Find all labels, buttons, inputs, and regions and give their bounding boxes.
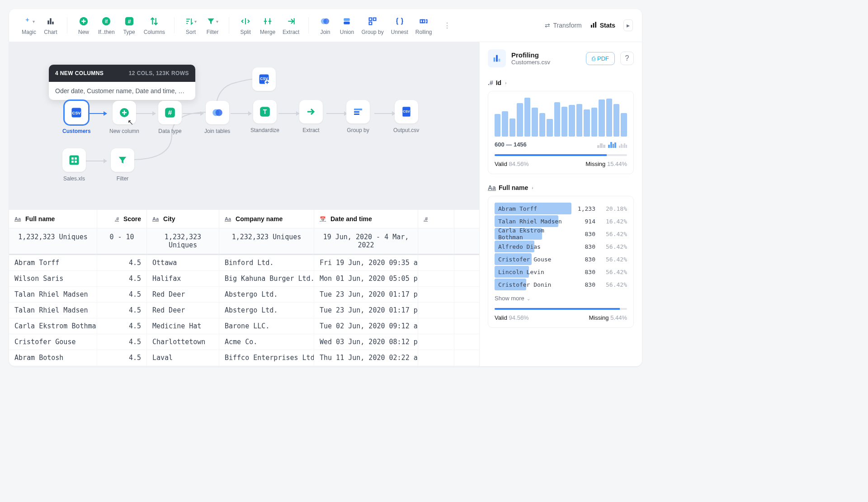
tool-sort[interactable]: ▾ Sort — [180, 14, 202, 37]
node-csv-import[interactable]: CSV — [252, 67, 276, 91]
summary-city: 1,232,323 Uniques — [147, 228, 219, 254]
svg-rect-14 — [369, 22, 372, 25]
data-grid[interactable]: AaFull name .#Score AaCity AaCompany nam… — [9, 209, 479, 366]
tool-filter[interactable]: ▾ Filter — [202, 14, 223, 37]
tab-stats[interactable]: Stats — [590, 21, 615, 30]
export-pdf-button[interactable]: ⎙ PDF — [586, 52, 615, 65]
tab-transform[interactable]: ⇄ Transform — [545, 22, 581, 29]
tool-unnest[interactable]: Unnest — [387, 14, 412, 37]
table-row[interactable]: Abram Botosh4.5LavalBiffco Enterprises L… — [9, 350, 479, 366]
freq-name: Cristofer Donin — [495, 281, 568, 288]
tool-ifthen[interactable]: if If..then — [94, 14, 118, 37]
freq-pct: 16.42% — [600, 218, 627, 225]
col-header-city[interactable]: AaCity — [147, 210, 219, 228]
tool-magic[interactable]: ▾ Magic — [18, 14, 40, 37]
bar-chart-icon — [45, 15, 57, 27]
histogram-bar — [599, 99, 604, 137]
plus-circle-icon — [78, 15, 90, 27]
node-data-type[interactable]: # Data type — [158, 101, 182, 134]
frequency-row[interactable]: Talan Rhiel Madsen91416.42% — [495, 215, 627, 227]
grid-summary-row: 1,232,323 Uniques 0 - 10 1,232,323 Uniqu… — [9, 228, 479, 255]
cell-company: Barone LLC. — [219, 366, 314, 366]
table-row[interactable]: Talan Rhiel Madsen4.5Red DeerAbstergo Lt… — [9, 303, 479, 318]
show-more-button[interactable]: Show more ⌄ — [495, 290, 627, 306]
venn-icon — [319, 15, 331, 27]
col-header-company[interactable]: AaCompany name — [219, 210, 314, 228]
tool-new[interactable]: New — [73, 14, 94, 37]
col-header-score[interactable]: .#Score — [97, 210, 147, 228]
frequency-row[interactable]: Abram Torff1,23320.18% — [495, 203, 627, 214]
table-row[interactable]: Abram Torff4.5OttawaBinford Ltd.Fri 19 J… — [9, 255, 479, 271]
svg-rect-2 — [52, 22, 53, 24]
node-extract[interactable]: Extract — [299, 100, 323, 133]
svg-point-9 — [324, 19, 330, 24]
col-header-id[interactable]: .# — [418, 210, 454, 228]
freq-pct: 56.42% — [600, 281, 627, 288]
node-customers[interactable]: CSV Customers — [62, 101, 91, 134]
svg-text:#: # — [127, 18, 131, 25]
if-icon: if — [100, 15, 112, 27]
divider — [308, 17, 309, 33]
tool-columns[interactable]: Columns — [140, 14, 169, 37]
stats-panel: Profiling Customers.csv ⎙ PDF ? .# Id › — [479, 42, 642, 366]
histogram-bar — [561, 107, 567, 137]
tool-join[interactable]: Join — [314, 14, 336, 37]
tool-extract[interactable]: Extract — [279, 14, 303, 37]
field-header-fullname[interactable]: Aa Full name › — [488, 180, 634, 196]
tooltip-meta: 12 COLS, 123K ROWS — [129, 70, 189, 76]
svg-rect-43 — [496, 55, 498, 62]
cell-city: Ottawa — [147, 255, 219, 270]
pipeline-canvas[interactable]: 4 NEW COLUMNS 12 COLS, 123K ROWS Oder da… — [9, 42, 479, 209]
node-join-tables[interactable]: Join tables — [204, 101, 230, 134]
cell-id — [418, 334, 454, 350]
cell-company: Big Kahuna Burger Ltd. — [219, 271, 314, 286]
node-new-column[interactable]: New column ↖ — [109, 101, 139, 134]
node-group-by[interactable]: Group by — [346, 100, 370, 133]
frequency-row[interactable]: Cristofer Gouse83056.42% — [495, 253, 627, 265]
freq-pct: 56.42% — [600, 231, 627, 237]
freq-pct: 20.18% — [600, 205, 627, 212]
frequency-row[interactable]: Cristofer Donin83056.42% — [495, 279, 627, 290]
tool-rolling[interactable]: Rolling — [412, 14, 436, 37]
tool-split[interactable]: Split — [235, 14, 256, 37]
collapse-panel-button[interactable]: ▸ — [623, 19, 633, 31]
tool-type[interactable]: # Type — [118, 14, 140, 37]
svg-rect-0 — [47, 20, 49, 24]
cell-company: Abstergo Ltd. — [219, 303, 314, 318]
table-row[interactable]: Cristofer Gouse4.5CharlottetownAcme Co.W… — [9, 334, 479, 350]
frequency-row[interactable]: Carla Ekstrom Bothman83056.42% — [495, 228, 627, 240]
freq-count: 830 — [573, 256, 595, 263]
cell-score: 4.5 — [97, 255, 147, 270]
tool-groupby[interactable]: Group by — [358, 14, 387, 37]
more-icon[interactable]: ⋮ — [441, 19, 453, 31]
table-row[interactable]: Wilson Saris4.5HalifaxBig Kahuna Burger … — [9, 271, 479, 287]
col-header-datetime[interactable]: 📅Date and time — [314, 210, 418, 228]
node-standardize[interactable]: T Standardize — [250, 100, 279, 133]
node-output[interactable]: CSV Output.csv — [393, 100, 419, 133]
cell-city: Red Deer — [147, 303, 219, 318]
tool-union[interactable]: Union — [336, 14, 358, 37]
svg-rect-29 — [354, 109, 362, 110]
field-header-id[interactable]: .# Id › — [488, 75, 634, 91]
cell-company: Abstergo Ltd. — [219, 287, 314, 302]
grid-header-row: AaFull name .#Score AaCity AaCompany nam… — [9, 210, 479, 228]
histogram-bar — [606, 99, 612, 137]
tool-merge[interactable]: Merge — [256, 14, 279, 37]
node-filter[interactable]: Filter — [111, 148, 134, 182]
histogram-bar — [576, 104, 582, 137]
col-header-fullname[interactable]: AaFull name — [9, 210, 97, 228]
frequency-row[interactable]: Alfredo Dias83056.42% — [495, 241, 627, 252]
frequency-row[interactable]: Lincoln Levin83056.42% — [495, 266, 627, 278]
tool-chart[interactable]: Chart — [40, 14, 61, 37]
cell-date: Tue 23 Jun, 2020 01:17 pm — [314, 303, 418, 318]
profiling-icon — [488, 49, 506, 67]
node-sales[interactable]: Sales.xls — [62, 148, 86, 182]
table-row[interactable]: Talan Rhiel Madsen4.5Red DeerAbstergo Lt… — [9, 287, 479, 303]
cell-score: 4.5 — [97, 334, 147, 350]
histogram-view-toggle[interactable] — [597, 142, 627, 148]
table-row[interactable]: Ruben Donin4.5FredrictonBarone LLC.Wed 1… — [9, 366, 479, 366]
cell-city: Fredricton — [147, 366, 219, 366]
help-button[interactable]: ? — [620, 52, 634, 65]
table-row[interactable]: Carla Ekstrom Bothman4.5Medicine HatBaro… — [9, 318, 479, 334]
summary-id — [418, 228, 454, 254]
